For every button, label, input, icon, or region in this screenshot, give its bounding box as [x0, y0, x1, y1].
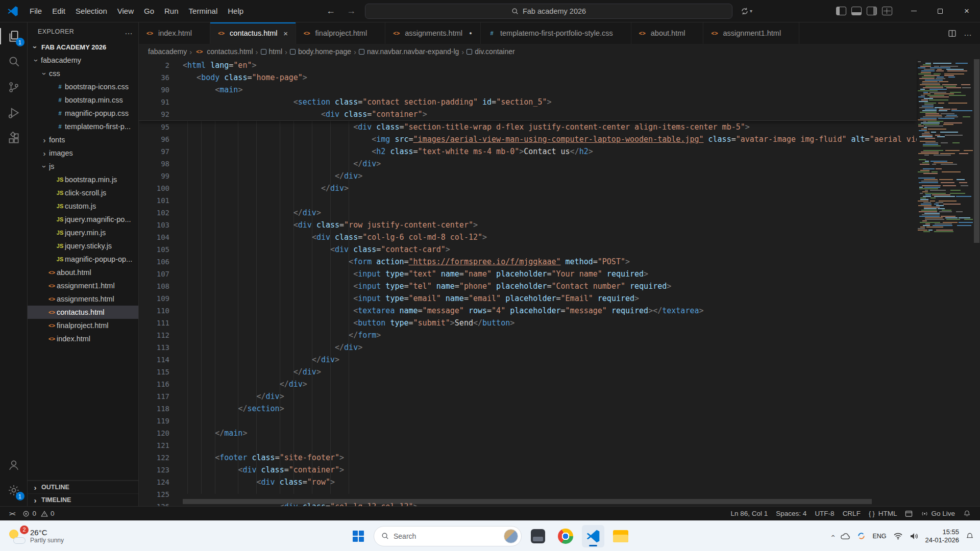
- horizontal-scrollbar[interactable]: [183, 499, 872, 504]
- file-explorer-icon[interactable]: [609, 525, 632, 547]
- folder-fonts[interactable]: ›fonts: [28, 133, 138, 146]
- breadcrumb-item-body-home-page[interactable]: body.home-page: [290, 47, 351, 56]
- explorer-more-actions-icon[interactable]: …: [125, 27, 133, 36]
- explorer-activity-button[interactable]: 1: [0, 23, 28, 49]
- back-arrow-icon[interactable]: ←: [324, 6, 337, 16]
- folder-images[interactable]: ›images: [28, 146, 138, 160]
- breadcrumb-item-div-container[interactable]: div.container: [467, 47, 514, 56]
- menu-file[interactable]: File: [24, 4, 47, 18]
- accounts-button[interactable]: [0, 452, 28, 478]
- sync-arrows-icon[interactable]: [857, 532, 866, 540]
- workspace-section-header[interactable]: › FAB ACADEMY 2026: [28, 41, 138, 54]
- tab-contactus-html[interactable]: <>contactus.html×: [210, 22, 296, 44]
- folder-fabacademy[interactable]: ›fabacademy: [28, 54, 138, 67]
- cursor-position[interactable]: Ln 86, Col 1: [727, 510, 772, 517]
- breadcrumb-item-contactus-html[interactable]: <>contactus.html: [194, 47, 253, 56]
- menu-selection[interactable]: Selection: [70, 4, 112, 18]
- eol-sequence[interactable]: CRLF: [839, 510, 865, 517]
- code-area[interactable]: 95 <div class="section-title-wrap d-flex…: [139, 121, 917, 506]
- file-bootstrap-icons-css[interactable]: #bootstrap-icons.css: [28, 80, 138, 93]
- customize-layout-icon[interactable]: [882, 7, 892, 15]
- breadcrumb-item-nav-navbar-navbar-expand-lg[interactable]: nav.navbar.navbar-expand-lg: [359, 47, 459, 56]
- tab-assignment1-html[interactable]: <>assignment1.html×: [703, 22, 799, 44]
- minimize-button[interactable]: [900, 0, 927, 22]
- hidden-icons-chevron[interactable]: ›: [828, 535, 837, 537]
- file-jquery-sticky-js[interactable]: JSjquery.sticky.js: [28, 239, 138, 253]
- menu-view[interactable]: View: [112, 4, 139, 18]
- settings-button[interactable]: 1: [0, 478, 28, 503]
- tab-about-html[interactable]: <>about.html×: [631, 22, 704, 44]
- widget-badge: 2: [20, 525, 29, 534]
- title-search-box[interactable]: Fab academy 2026: [365, 4, 732, 19]
- toggle-primary-sidebar-icon[interactable]: [836, 7, 846, 15]
- clock[interactable]: 15:55 24-01-2026: [925, 528, 960, 544]
- indentation[interactable]: Spaces: 4: [772, 510, 811, 517]
- file-contactus-html[interactable]: <>contactus.html: [28, 306, 138, 319]
- editor-more-actions-icon[interactable]: …: [964, 29, 972, 38]
- notifications-bell-icon[interactable]: [959, 510, 975, 517]
- file-about-html[interactable]: <>about.html: [28, 266, 138, 279]
- tab-assignments-html[interactable]: <>assignments.html●: [385, 22, 481, 44]
- outline-section[interactable]: › OUTLINE: [28, 481, 138, 493]
- notification-bell-icon[interactable]: [966, 532, 976, 540]
- close-button[interactable]: ×: [953, 0, 980, 22]
- menu-go[interactable]: Go: [139, 4, 159, 18]
- toggle-panel-icon[interactable]: [851, 7, 862, 15]
- pinned-app-dark-icon[interactable]: [527, 525, 549, 547]
- split-editor-icon[interactable]: [948, 29, 957, 38]
- file-bootstrap-min-js[interactable]: JSbootstrap.min.js: [28, 173, 138, 186]
- run-debug-activity-button[interactable]: [0, 100, 28, 126]
- file-click-scroll-js[interactable]: JSclick-scroll.js: [28, 186, 138, 199]
- go-live-button[interactable]: Go Live: [917, 510, 959, 517]
- file-assignments-html[interactable]: <>assignments.html: [28, 292, 138, 306]
- forward-arrow-icon[interactable]: →: [345, 6, 358, 16]
- browser-preview-icon[interactable]: [901, 510, 917, 517]
- input-language[interactable]: ENG: [872, 533, 886, 540]
- file-custom-js[interactable]: JScustom.js: [28, 199, 138, 213]
- file-jquery-min-js[interactable]: JSjquery.min.js: [28, 226, 138, 239]
- file-assignment1-html[interactable]: <>assignment1.html: [28, 279, 138, 292]
- source-control-activity-button[interactable]: [0, 74, 28, 100]
- minimap[interactable]: [917, 59, 973, 506]
- tab-templatemo-first-portfolio-style-css[interactable]: #templatemo-first-portfolio-style.css×: [481, 22, 631, 44]
- code-editor[interactable]: 2<html lang="en">36 <body class="home-pa…: [139, 59, 980, 506]
- maximize-button[interactable]: [927, 0, 953, 22]
- file-magnific-popup-op[interactable]: JSmagnific-popup-op...: [28, 253, 138, 266]
- breadcrumb-item-html[interactable]: html: [261, 47, 282, 56]
- folder-js[interactable]: ›js: [28, 160, 138, 173]
- close-icon[interactable]: ×: [281, 29, 290, 38]
- tab-finalproject-html[interactable]: <>finalproject.html×: [296, 22, 386, 44]
- timeline-section[interactable]: › TIMELINE: [28, 493, 138, 506]
- encoding[interactable]: UTF-8: [811, 510, 838, 517]
- breadcrumb-item-fabacademy[interactable]: fabacademy: [148, 47, 187, 56]
- file-jquery-magnific-po[interactable]: JSjquery.magnific-po...: [28, 213, 138, 226]
- remote-indicator[interactable]: ><: [5, 510, 18, 517]
- tab-index-html[interactable]: <>index.html×: [139, 22, 210, 44]
- file-finalproject-html[interactable]: <>finalproject.html: [28, 319, 138, 332]
- menu-run[interactable]: Run: [159, 4, 184, 18]
- volume-icon[interactable]: [910, 532, 919, 540]
- vscode-taskbar-icon[interactable]: [582, 525, 604, 547]
- line-number: 113: [139, 343, 169, 352]
- sync-dropdown-icon[interactable]: ▾: [741, 7, 752, 15]
- start-button[interactable]: [348, 526, 369, 546]
- chrome-icon[interactable]: [554, 525, 577, 547]
- folder-css[interactable]: ›css: [28, 67, 138, 80]
- weather-widget[interactable]: 2 26°C Partly sunny: [5, 524, 67, 548]
- wifi-icon[interactable]: [893, 532, 903, 540]
- vertical-scrollbar[interactable]: [973, 59, 980, 506]
- language-mode[interactable]: HTML: [865, 510, 901, 517]
- onedrive-cloud-icon[interactable]: [840, 532, 850, 540]
- menu-edit[interactable]: Edit: [47, 4, 70, 18]
- file-index-html[interactable]: <>index.html: [28, 332, 138, 345]
- file-magnific-popup-css[interactable]: #magnific-popup.css: [28, 107, 138, 120]
- extensions-activity-button[interactable]: [0, 126, 28, 151]
- problems-indicator[interactable]: 0 0: [18, 510, 58, 517]
- taskbar-search[interactable]: Search: [374, 526, 522, 546]
- toggle-secondary-sidebar-icon[interactable]: [867, 7, 877, 15]
- search-activity-button[interactable]: [0, 49, 28, 74]
- file-templatemo-first-p[interactable]: #templatemo-first-p...: [28, 120, 138, 133]
- menu-terminal[interactable]: Terminal: [184, 4, 223, 18]
- file-bootstrap-min-css[interactable]: #bootstrap.min.css: [28, 93, 138, 107]
- menu-help[interactable]: Help: [223, 4, 249, 18]
